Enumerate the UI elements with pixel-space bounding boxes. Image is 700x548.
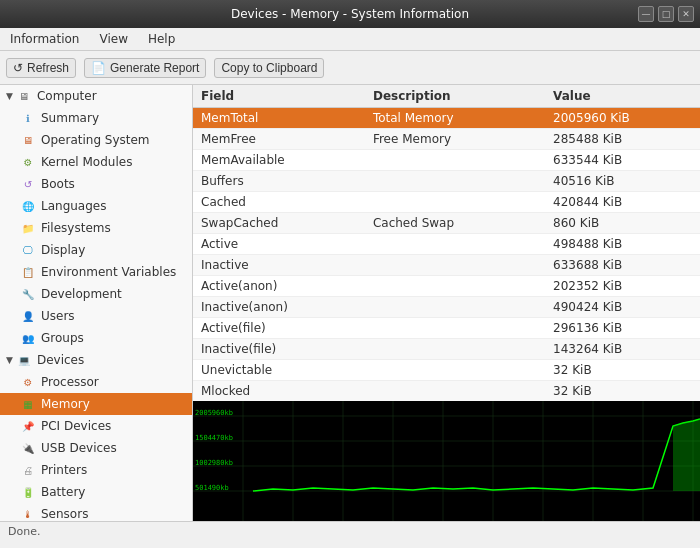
sidebar-item-development[interactable]: 🔧 Development bbox=[0, 283, 192, 305]
description-cell bbox=[365, 276, 545, 297]
menu-view[interactable]: View bbox=[93, 30, 133, 48]
sidebar-item-processor[interactable]: ⚙ Processor bbox=[0, 371, 192, 393]
field-cell: Active(file) bbox=[193, 318, 365, 339]
sidebar-item-memory[interactable]: ▦ Memory bbox=[0, 393, 192, 415]
description-cell bbox=[365, 192, 545, 213]
table-row[interactable]: Active(file)296136 KiB bbox=[193, 318, 700, 339]
table-row[interactable]: Buffers40516 KiB bbox=[193, 171, 700, 192]
field-cell: Active bbox=[193, 234, 365, 255]
description-cell bbox=[365, 318, 545, 339]
close-button[interactable]: ✕ bbox=[678, 6, 694, 22]
sidebar-item-os[interactable]: 🖥 Operating System bbox=[0, 129, 192, 151]
sidebar-section-devices[interactable]: ▼ 💻 Devices bbox=[0, 349, 192, 371]
table-row[interactable]: MemAvailable633544 KiB bbox=[193, 150, 700, 171]
table-row[interactable]: MemTotalTotal Memory2005960 KiB bbox=[193, 108, 700, 129]
pci-icon: 📌 bbox=[20, 418, 36, 434]
value-cell: 32 KiB bbox=[545, 381, 700, 402]
field-cell: Cached bbox=[193, 192, 365, 213]
proc-icon: ⚙ bbox=[20, 374, 36, 390]
battery-icon: 🔋 bbox=[20, 484, 36, 500]
field-cell: Mlocked bbox=[193, 381, 365, 402]
value-cell: 296136 KiB bbox=[545, 318, 700, 339]
description-cell bbox=[365, 234, 545, 255]
sidebar-item-kernel[interactable]: ⚙ Kernel Modules bbox=[0, 151, 192, 173]
description-cell: Cached Swap bbox=[365, 213, 545, 234]
sidebar-item-groups[interactable]: 👥 Groups bbox=[0, 327, 192, 349]
table-row[interactable]: Active(anon)202352 KiB bbox=[193, 276, 700, 297]
report-icon: 📄 bbox=[91, 61, 106, 75]
users-icon: 👤 bbox=[20, 308, 36, 324]
arrow-icon: ▼ bbox=[6, 91, 13, 101]
table-row[interactable]: Unevictable32 KiB bbox=[193, 360, 700, 381]
description-cell bbox=[365, 297, 545, 318]
sidebar-item-boots[interactable]: ↺ Boots bbox=[0, 173, 192, 195]
svg-text:2005960kb: 2005960kb bbox=[195, 409, 233, 417]
table-row[interactable]: Inactive633688 KiB bbox=[193, 255, 700, 276]
boot-icon: ↺ bbox=[20, 176, 36, 192]
table-row[interactable]: Mlocked32 KiB bbox=[193, 381, 700, 402]
sidebar: ▼ 🖥 Computer ℹ Summary 🖥 Operating Syste… bbox=[0, 85, 193, 521]
menu-information[interactable]: Information bbox=[4, 30, 85, 48]
field-cell: MemTotal bbox=[193, 108, 365, 129]
sidebar-item-filesystems[interactable]: 📁 Filesystems bbox=[0, 217, 192, 239]
maximize-button[interactable]: □ bbox=[658, 6, 674, 22]
copy-clipboard-button[interactable]: Copy to Clipboard bbox=[214, 58, 324, 78]
content-area: Field Description Value MemTotalTotal Me… bbox=[193, 85, 700, 521]
description-cell bbox=[365, 339, 545, 360]
sidebar-item-printers[interactable]: 🖨 Printers bbox=[0, 459, 192, 481]
sidebar-item-usb[interactable]: 🔌 USB Devices bbox=[0, 437, 192, 459]
field-cell: Inactive(anon) bbox=[193, 297, 365, 318]
value-cell: 143264 KiB bbox=[545, 339, 700, 360]
kernel-icon: ⚙ bbox=[20, 154, 36, 170]
sidebar-item-battery[interactable]: 🔋 Battery bbox=[0, 481, 192, 503]
description-cell bbox=[365, 150, 545, 171]
table-row[interactable]: Cached420844 KiB bbox=[193, 192, 700, 213]
value-cell: 202352 KiB bbox=[545, 276, 700, 297]
description-cell bbox=[365, 360, 545, 381]
title-bar-controls: — □ ✕ bbox=[638, 6, 694, 22]
description-cell: Free Memory bbox=[365, 129, 545, 150]
info-icon: ℹ bbox=[20, 110, 36, 126]
title-bar: Devices - Memory - System Information — … bbox=[0, 0, 700, 28]
value-cell: 498488 KiB bbox=[545, 234, 700, 255]
table-row[interactable]: Active498488 KiB bbox=[193, 234, 700, 255]
sidebar-item-summary[interactable]: ℹ Summary bbox=[0, 107, 192, 129]
field-cell: Active(anon) bbox=[193, 276, 365, 297]
table-row[interactable]: SwapCachedCached Swap860 KiB bbox=[193, 213, 700, 234]
field-cell: SwapCached bbox=[193, 213, 365, 234]
menu-help[interactable]: Help bbox=[142, 30, 181, 48]
svg-text:1504470kb: 1504470kb bbox=[195, 434, 233, 442]
refresh-button[interactable]: ↺ Refresh bbox=[6, 58, 76, 78]
table-row[interactable]: Inactive(anon)490424 KiB bbox=[193, 297, 700, 318]
memory-chart: 2005960kb 1504470kb 1002980kb 501490kb bbox=[193, 401, 700, 521]
svg-marker-18 bbox=[673, 419, 700, 491]
arrow-icon: ▼ bbox=[6, 355, 13, 365]
sidebar-item-pci[interactable]: 📌 PCI Devices bbox=[0, 415, 192, 437]
groups-icon: 👥 bbox=[20, 330, 36, 346]
sidebar-section-computer[interactable]: ▼ 🖥 Computer bbox=[0, 85, 192, 107]
description-cell bbox=[365, 171, 545, 192]
field-cell: MemFree bbox=[193, 129, 365, 150]
value-cell: 2005960 KiB bbox=[545, 108, 700, 129]
window-title: Devices - Memory - System Information bbox=[231, 7, 469, 21]
sidebar-item-users[interactable]: 👤 Users bbox=[0, 305, 192, 327]
table-row[interactable]: MemFreeFree Memory285488 KiB bbox=[193, 129, 700, 150]
sidebar-item-languages[interactable]: 🌐 Languages bbox=[0, 195, 192, 217]
os-icon: 🖥 bbox=[20, 132, 36, 148]
col-field: Field bbox=[193, 85, 365, 108]
svg-text:501490kb: 501490kb bbox=[195, 484, 229, 492]
value-cell: 860 KiB bbox=[545, 213, 700, 234]
memory-table: Field Description Value MemTotalTotal Me… bbox=[193, 85, 700, 401]
sidebar-item-sensors[interactable]: 🌡 Sensors bbox=[0, 503, 192, 521]
fs-icon: 📁 bbox=[20, 220, 36, 236]
usb-icon: 🔌 bbox=[20, 440, 36, 456]
sidebar-item-env[interactable]: 📋 Environment Variables bbox=[0, 261, 192, 283]
status-text: Done. bbox=[8, 525, 40, 538]
sidebar-item-display[interactable]: 🖵 Display bbox=[0, 239, 192, 261]
table-row[interactable]: Inactive(file)143264 KiB bbox=[193, 339, 700, 360]
dev-icon: 🔧 bbox=[20, 286, 36, 302]
minimize-button[interactable]: — bbox=[638, 6, 654, 22]
description-cell: Total Memory bbox=[365, 108, 545, 129]
mem-icon: ▦ bbox=[20, 396, 36, 412]
generate-report-button[interactable]: 📄 Generate Report bbox=[84, 58, 206, 78]
